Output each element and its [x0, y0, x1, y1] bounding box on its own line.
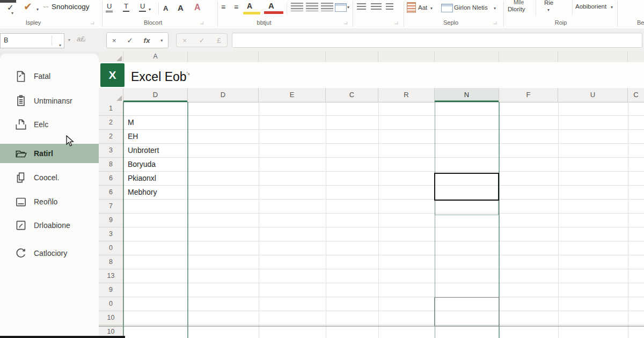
row-header[interactable]: 2	[99, 116, 123, 130]
cell[interactable]	[123, 214, 188, 227]
name-box[interactable]: B ▾	[0, 33, 64, 48]
grid-cells-area[interactable]	[188, 116, 644, 129]
insert-function-button[interactable]: fx	[143, 36, 150, 45]
column-header[interactable]: R	[378, 88, 435, 102]
cell[interactable]: EH	[123, 130, 188, 143]
border-style-icon[interactable]	[321, 3, 333, 11]
cell[interactable]: Pkiaonxl	[123, 172, 188, 185]
chevron-down-icon[interactable]: ▾	[547, 8, 550, 12]
cell[interactable]	[123, 241, 188, 255]
rie-button[interactable]: Rie	[544, 0, 553, 6]
row-header[interactable]: 6	[99, 186, 123, 200]
column-header[interactable]	[435, 51, 499, 62]
sidebar-item-ratirl[interactable]: Ratirl	[0, 144, 99, 163]
sidebar-item-coocel[interactable]: Coocel.	[0, 168, 99, 187]
column-header[interactable]: N	[435, 88, 499, 102]
sidebar-item-eelc[interactable]: Eelc	[0, 115, 99, 134]
cell[interactable]	[123, 227, 188, 241]
column-header[interactable]: A	[123, 51, 188, 62]
dialog-launcher-icon[interactable]: ∟	[343, 20, 348, 25]
grid-cells-area[interactable]	[188, 269, 644, 283]
align-left-icon[interactable]: ≡	[221, 3, 225, 11]
active-cell-selection[interactable]	[434, 173, 499, 201]
chevron-down-icon[interactable]: ▾	[11, 11, 13, 16]
cancel-entry-button[interactable]: ×	[112, 36, 116, 45]
confirm-entry-button[interactable]: ✓	[127, 36, 133, 45]
column-header[interactable]: F	[499, 88, 558, 102]
sidebar-item-untminansr[interactable]: Untminansr	[0, 91, 99, 111]
grid-cells-area[interactable]	[188, 158, 644, 171]
grid-cells-area[interactable]	[188, 325, 644, 338]
cell[interactable]: Mebhory	[123, 186, 188, 199]
sidebar-item-reonlo[interactable]: Reoñlo	[0, 192, 99, 211]
format-table-icon[interactable]	[441, 4, 453, 12]
formula-input[interactable]	[232, 33, 642, 48]
highlight-color-button[interactable]: A	[247, 2, 252, 10]
chevron-down-icon[interactable]: ▾	[347, 5, 349, 10]
font-color-button[interactable]: A	[268, 1, 274, 10]
grid-cells-area[interactable]	[188, 144, 644, 157]
dialog-launcher-icon[interactable]: ∟	[90, 20, 95, 25]
dialog-launcher-icon[interactable]: ∟	[493, 20, 497, 25]
align-lines-icon[interactable]	[386, 3, 393, 11]
girlon-nletis-button[interactable]: Girlon Nletis	[454, 4, 488, 11]
column-header[interactable]: D	[188, 88, 259, 102]
row-header[interactable]: 3	[99, 144, 123, 158]
chevron-down-icon[interactable]: ▾	[611, 5, 613, 10]
chevron-down-icon[interactable]: ▾	[430, 6, 433, 11]
cell[interactable]	[123, 255, 188, 269]
grid-cells-area[interactable]	[188, 214, 644, 227]
row-header[interactable]: 0	[99, 241, 123, 255]
cell[interactable]	[123, 283, 188, 297]
column-header[interactable]: E	[259, 88, 326, 102]
cell[interactable]	[123, 200, 188, 213]
row-header[interactable]: 6	[99, 172, 123, 186]
align-lines-icon[interactable]	[371, 3, 382, 11]
conditional-format-icon[interactable]	[407, 2, 416, 13]
dlority-button[interactable]: Dlority	[508, 6, 525, 12]
grid-cells-area[interactable]	[188, 200, 644, 213]
column-header[interactable]: D	[123, 88, 188, 102]
row-header[interactable]: 8	[99, 158, 123, 172]
grid-cells-area[interactable]	[188, 102, 644, 115]
grid-cells-area[interactable]	[188, 186, 644, 199]
column-header[interactable]: U	[558, 88, 628, 102]
cell[interactable]: Unbrotert	[123, 144, 188, 157]
border-style-icon[interactable]	[291, 3, 303, 11]
cell[interactable]	[123, 269, 188, 283]
underline-button[interactable]: U	[139, 3, 146, 12]
column-header[interactable]	[259, 51, 326, 62]
mlle-button-top[interactable]: Mlle	[514, 0, 524, 5]
row-header[interactable]: 9	[99, 283, 123, 297]
row-header[interactable]: 2	[99, 130, 123, 144]
select-all-corner[interactable]	[99, 88, 123, 102]
grow-font-button[interactable]: A	[178, 3, 184, 12]
cell[interactable]	[123, 297, 188, 311]
strikethrough-button[interactable]: T	[123, 3, 129, 12]
row-header[interactable]: 3	[99, 227, 123, 241]
highlight-yellow-bar[interactable]	[243, 12, 260, 14]
aat-button[interactable]: Aat	[418, 4, 427, 11]
grid-cells-area[interactable]	[188, 227, 644, 241]
cell[interactable]	[123, 311, 188, 325]
column-header[interactable]	[188, 51, 259, 62]
chevron-down-icon[interactable]: ▾	[59, 39, 61, 52]
column-header[interactable]: C	[326, 88, 378, 102]
column-header[interactable]	[499, 51, 558, 62]
brand-check-icon[interactable]: ✔	[24, 1, 32, 13]
clear-format-button[interactable]: A	[194, 3, 201, 12]
column-header[interactable]	[628, 51, 644, 62]
sidebar-item-catlociory[interactable]: Catlociory	[0, 244, 99, 263]
select-all-corner[interactable]	[99, 51, 123, 62]
column-header[interactable]	[558, 51, 628, 62]
grid-cells-area[interactable]	[188, 297, 644, 311]
grid-cells-area[interactable]	[188, 130, 644, 143]
row-header[interactable]: 1	[99, 102, 123, 116]
chevron-down-icon[interactable]: ▾	[36, 7, 39, 12]
sidebar-item-fatal[interactable]: Fatal	[0, 67, 99, 86]
chevron-down-icon[interactable]: ▾	[149, 7, 151, 12]
column-header[interactable]	[378, 51, 435, 62]
shrink-font-button[interactable]: A	[163, 4, 168, 12]
border-style-icon[interactable]	[306, 3, 318, 11]
grid-cells-area[interactable]	[188, 172, 644, 185]
